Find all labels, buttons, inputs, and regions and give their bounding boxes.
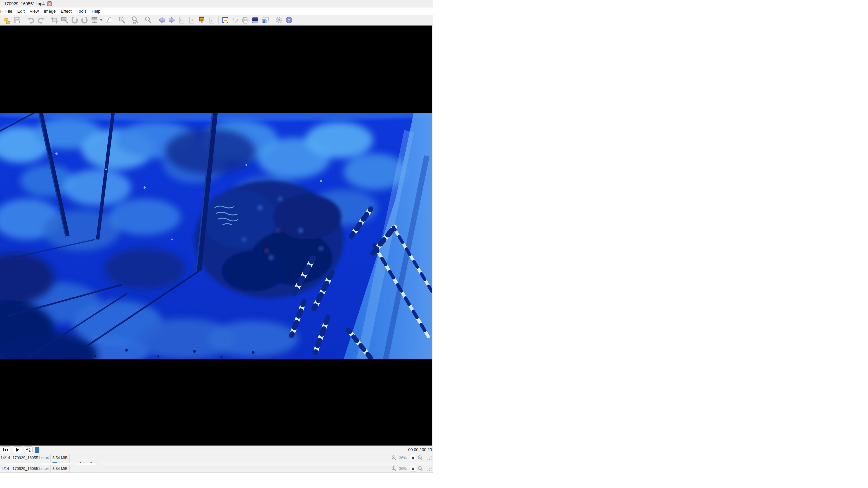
media-bar: 00:00 / 00:23 [0,446,433,454]
status-bar: 14/14 170929_160551.mp4 3.54 MiB 36% [0,454,433,462]
spinner-up-icon [412,467,414,468]
previous-image-icon[interactable] [158,15,166,25]
next-image-icon[interactable] [167,15,176,25]
zoom-out-icon[interactable] [417,466,423,472]
seek-slider-track[interactable] [34,450,403,450]
tab-title: 170929_160551.mp4 [4,1,45,6]
zoom-in-icon[interactable] [118,15,126,25]
menu-item-file[interactable]: File [3,9,15,14]
zoom-in-icon[interactable] [391,466,397,472]
zoom-spinner[interactable] [410,466,416,472]
tab-close-button[interactable] [47,1,52,6]
adjust-dropdown-icon[interactable] [100,15,103,25]
ghost-slider-handle [53,462,57,463]
zoom-out-icon[interactable] [417,455,423,461]
svg-text:i: i [211,18,212,23]
menu-item-image[interactable]: Image [41,9,58,14]
rotate-left-icon[interactable] [70,15,79,25]
zoom-level: 36% [397,466,409,471]
fullscreen-icon[interactable] [221,15,230,25]
menu-item-effect[interactable]: Effect [58,9,74,14]
resize-icon[interactable] [60,15,69,25]
status-filesize: 3.54 MiB [51,454,70,462]
image-viewer-window: 170929_160551.mp4 F File Edit View Image… [0,0,433,473]
zoom-in-icon[interactable] [391,455,397,461]
svg-text:T: T [232,17,235,22]
capture-icon[interactable] [261,15,270,25]
skip-start-button[interactable] [1,447,10,453]
toolbar-separator [218,16,219,24]
volume-icon [26,447,31,452]
menu-bar: F File Edit View Image Effect Tools Help [0,7,433,15]
zoom-level: 36% [397,456,409,460]
toolbar-separator [272,16,272,24]
time-display: 00:00 / 00:23 [408,446,432,454]
tab-strip: 170929_160551.mp4 [0,0,433,7]
status-image-index: 4/14 [0,465,11,473]
video-frame [0,113,433,359]
crop-icon[interactable] [51,15,59,25]
save-icon[interactable]: ? [13,15,22,25]
zoom-actual-icon[interactable]: 1:1 [131,15,139,25]
adjust-icon[interactable] [90,15,99,25]
svg-text:?: ? [19,21,20,24]
status-filename: 170929_160551.mp4 [11,454,51,462]
seek-slider-handle[interactable] [35,447,39,453]
status-filesize: 3.54 MiB [51,465,70,473]
filmstrip-icon[interactable] [251,15,259,25]
undo-icon[interactable] [27,15,35,25]
viewer-scrollbar[interactable] [432,26,433,446]
zoom-spinner[interactable] [410,455,416,461]
menu-item-tools[interactable]: Tools [74,9,89,14]
close-icon [48,2,51,5]
info-icon[interactable]: i [207,15,216,25]
skip-start-icon [3,448,8,452]
tab-video-file[interactable]: 170929_160551.mp4 [2,0,54,7]
desktop: { "tab": { "title": "170929_160551.mp4" … [0,0,868,488]
toolbar-separator [24,16,24,24]
status-image-index: 14/14 [0,454,11,462]
viewer-canvas[interactable] [0,26,433,446]
play-button[interactable] [13,447,22,453]
help-icon[interactable]: ? [285,15,293,25]
volume-button[interactable] [24,447,33,453]
first-page-icon[interactable] [178,15,186,25]
browse-icon[interactable] [3,15,11,25]
resize-grip-icon[interactable] [427,455,432,461]
slideshow-icon[interactable] [197,15,206,25]
menu-item-help[interactable]: Help [89,9,103,14]
spinner-up-icon [412,456,414,458]
settings-icon[interactable] [275,15,283,25]
redo-icon[interactable] [37,15,45,25]
render-artifact-strip [0,462,433,465]
curves-icon[interactable] [104,15,112,25]
resize-grip-icon[interactable] [427,466,432,472]
spinner-down-icon [412,458,414,460]
menu-item-view[interactable]: View [27,9,41,14]
status-bar-secondary: 4/14 170929_160551.mp4 3.54 MiB 36% [0,465,433,473]
zoom-out-icon[interactable] [144,15,152,25]
svg-text:?: ? [288,18,290,23]
rotate-right-icon[interactable] [80,15,89,25]
play-icon [16,448,20,452]
status-filename: 170929_160551.mp4 [11,465,51,473]
menu-item-edit[interactable]: Edit [15,9,27,14]
toolbar: ? [0,15,433,26]
draw-text-icon[interactable]: T [231,15,240,25]
print-icon[interactable] [241,15,250,25]
spinner-down-icon [412,469,414,471]
menu-edge-fragment: F [0,9,3,14]
last-page-icon[interactable] [187,15,196,25]
svg-text:1:1: 1:1 [133,21,136,24]
